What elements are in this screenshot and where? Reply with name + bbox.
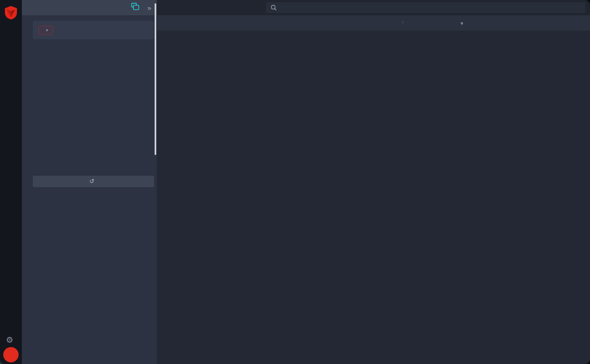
sources-dropdown[interactable]: ▾	[38, 26, 53, 35]
source-overlap-venn[interactable]	[22, 43, 157, 164]
settings-gear-icon[interactable]: ⚙	[6, 335, 13, 345]
table-column-header: ↑ ▾	[157, 15, 590, 31]
user-avatar[interactable]	[3, 347, 19, 362]
search-icon	[270, 4, 277, 11]
collapse-panel-icon[interactable]: »	[148, 4, 151, 12]
chevron-down-icon: ▾	[46, 28, 48, 33]
reset-icon: ↺	[89, 178, 94, 185]
devices-topbar	[157, 0, 590, 15]
column-menu-caret-icon[interactable]: ▾	[461, 20, 463, 26]
reset-filters-button[interactable]: ↺	[33, 176, 154, 187]
live-inventory-panel: » ▾ ↺	[22, 0, 157, 364]
device-search-input[interactable]	[266, 2, 586, 13]
devices-total-icon	[131, 3, 139, 13]
panel-scrollbar[interactable]	[155, 3, 156, 155]
devices-main: ↑ ▾	[157, 0, 590, 364]
panel-header: »	[22, 0, 157, 15]
app-window: ⚙ » ▾	[0, 0, 590, 364]
sevco-logo-icon[interactable]	[4, 5, 17, 20]
sort-indicator-icon[interactable]: ↑	[402, 20, 404, 25]
sources-filter-box: ▾	[33, 21, 154, 39]
nav-rail: ⚙	[0, 0, 22, 364]
